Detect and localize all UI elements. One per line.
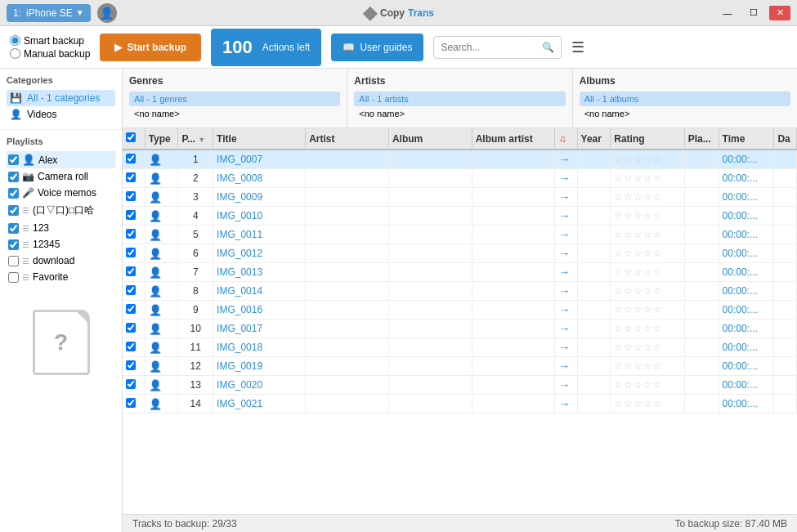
category-videos[interactable]: 👤 Videos [7,106,115,123]
playlist-alex-checkbox[interactable] [8,154,19,165]
row-check-input[interactable] [126,323,136,333]
table-row[interactable]: 👤 4 IMG_0010 → ☆☆☆☆☆ 00:00:... [123,207,797,226]
col-da[interactable]: Da [774,128,797,150]
device-dropdown[interactable]: 1: iPhone SE ▼ [7,4,91,22]
col-music[interactable]: ♫ [555,128,577,150]
row-type: 👤 [145,188,178,207]
playlist-alex[interactable]: 👤 Alex [7,151,115,168]
table-row[interactable]: 👤 5 IMG_0011 → ☆☆☆☆☆ 00:00:... [123,226,797,244]
search-box[interactable]: 🔍 [433,36,562,59]
row-check-input[interactable] [126,229,136,239]
row-check-input[interactable] [126,285,136,295]
playlist-123-checkbox[interactable] [8,223,19,234]
col-title[interactable]: Title [213,128,306,150]
row-checkbox[interactable] [123,320,145,338]
genres-all[interactable]: All - 1 genres [129,92,340,106]
row-check-input[interactable] [126,248,136,257]
row-checkbox[interactable] [123,226,145,244]
row-check-input[interactable] [126,398,136,408]
row-check-input[interactable] [126,342,136,351]
row-checkbox[interactable] [123,357,145,376]
row-check-input[interactable] [126,304,136,314]
row-checkbox[interactable] [123,282,145,301]
row-checkbox[interactable] [123,395,145,414]
playlist-123[interactable]: ☰ 123 [7,220,115,236]
row-check-input[interactable] [126,379,136,389]
close-button[interactable]: ✕ [769,6,790,20]
table-row[interactable]: 👤 1 IMG_0007 → ☆☆☆☆☆ 00:00:... [123,150,797,169]
row-checkbox[interactable] [123,244,145,263]
row-check-input[interactable] [126,266,136,276]
row-checkbox[interactable] [123,263,145,282]
minimize-button[interactable]: — [717,6,738,20]
playlist-12345[interactable]: ☰ 12345 [7,236,115,253]
manual-backup-option[interactable]: Manual backup [10,48,90,60]
col-artist[interactable]: Artist [306,128,389,150]
maximize-button[interactable]: ☐ [743,6,764,20]
albums-noname[interactable]: <no name> [580,106,790,121]
playlist-12345-checkbox[interactable] [8,239,19,250]
row-checkbox[interactable] [123,188,145,207]
search-input[interactable] [441,42,539,53]
smart-backup-option[interactable]: Smart backup [10,35,90,47]
row-checkbox[interactable] [123,169,145,188]
col-p[interactable]: P... ▼ [178,128,213,150]
playlist-emoji-checkbox[interactable] [8,205,19,216]
row-playlist [684,301,719,320]
artists-noname[interactable]: <no name> [354,106,565,121]
playlist-camera-roll[interactable]: 📷 Camera roll [7,168,115,185]
row-checkbox[interactable] [123,338,145,357]
row-check-input[interactable] [126,172,136,182]
col-album[interactable]: Album [388,128,472,150]
row-check-input[interactable] [126,191,136,201]
table-row[interactable]: 👤 8 IMG_0014 → ☆☆☆☆☆ 00:00:... [123,282,797,301]
actions-left-button[interactable]: 100 Actions left [211,29,321,66]
artists-all[interactable]: All - 1 artists [354,92,565,106]
playlist-download-checkbox[interactable] [8,256,19,266]
table-row[interactable]: 👤 12 IMG_0019 → ☆☆☆☆☆ 00:00:... [123,357,797,376]
smart-backup-radio[interactable] [10,35,20,46]
col-checkbox[interactable] [123,128,145,150]
account-icon[interactable]: 👤 [97,3,117,23]
table-row[interactable]: 👤 6 IMG_0012 → ☆☆☆☆☆ 00:00:... [123,244,797,263]
table-row[interactable]: 👤 14 IMG_0021 → ☆☆☆☆☆ 00:00:... [123,395,797,414]
table-row[interactable]: 👤 11 IMG_0018 → ☆☆☆☆☆ 00:00:... [123,338,797,357]
col-type[interactable]: Type [145,128,178,150]
col-album-artist[interactable]: Album artist [472,128,555,150]
row-num: 6 [178,244,213,263]
playlist-emoji[interactable]: ☰ (口▽口)□口哈 [7,201,115,220]
row-check-input[interactable] [126,210,136,220]
table-row[interactable]: 👤 10 IMG_0017 → ☆☆☆☆☆ 00:00:... [123,320,797,338]
table-row[interactable]: 👤 2 IMG_0008 → ☆☆☆☆☆ 00:00:... [123,169,797,188]
albums-all[interactable]: All - 1 albums [580,92,790,106]
row-checkbox[interactable] [123,150,145,169]
playlist-favorite[interactable]: ☰ Favorite [7,269,115,285]
playlist-voice-memos[interactable]: 🎤 Voice memos [7,185,115,201]
table-row[interactable]: 👤 7 IMG_0013 → ☆☆☆☆☆ 00:00:... [123,263,797,282]
row-check-input[interactable] [126,360,136,370]
start-backup-button[interactable]: ▶ Start backup [100,34,201,61]
col-year[interactable]: Year [577,128,611,150]
row-checkbox[interactable] [123,207,145,226]
table-row[interactable]: 👤 13 IMG_0020 → ☆☆☆☆☆ 00:00:... [123,376,797,395]
row-checkbox[interactable] [123,301,145,320]
col-rating[interactable]: Rating [611,128,684,150]
manual-backup-radio[interactable] [10,48,20,59]
playlist-voice-memos-checkbox[interactable] [8,188,19,199]
col-pla[interactable]: Pla... [684,128,719,150]
category-all[interactable]: 💾 All - 1 categories [7,90,115,106]
table-row[interactable]: 👤 3 IMG_0009 → ☆☆☆☆☆ 00:00:... [123,188,797,207]
col-time[interactable]: Time [719,128,774,150]
manual-backup-label: Manual backup [24,48,90,60]
menu-button[interactable]: ☰ [571,38,584,56]
row-year [577,207,611,226]
user-guides-button[interactable]: 📖 User guides [331,34,423,61]
playlist-camera-roll-checkbox[interactable] [8,172,19,182]
row-artist [306,395,389,414]
genres-noname[interactable]: <no name> [129,106,340,121]
playlist-download[interactable]: ☰ download [7,253,115,269]
playlist-favorite-checkbox[interactable] [8,272,19,283]
table-row[interactable]: 👤 9 IMG_0016 → ☆☆☆☆☆ 00:00:... [123,301,797,320]
row-check-input[interactable] [126,154,136,163]
row-checkbox[interactable] [123,376,145,395]
